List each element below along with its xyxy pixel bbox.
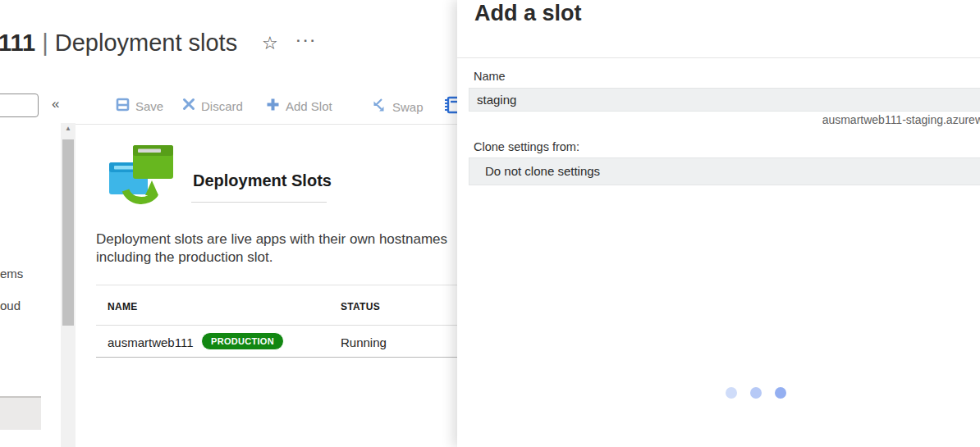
resource-name: 111 xyxy=(0,30,35,56)
slot-status: Running xyxy=(341,335,387,349)
favorite-star-icon[interactable]: ☆ xyxy=(262,33,278,54)
swap-icon xyxy=(371,98,387,116)
panel-title: Add a slot xyxy=(474,1,582,26)
loading-dot-2 xyxy=(750,387,762,399)
search-input[interactable] xyxy=(0,94,39,117)
production-badge: PRODUCTION xyxy=(201,332,284,350)
loading-dot-3 xyxy=(775,387,786,399)
content-divider xyxy=(96,285,457,285)
save-icon xyxy=(116,98,130,115)
panel-divider xyxy=(457,57,980,58)
add-icon xyxy=(266,98,280,115)
scrollbar-thumb[interactable] xyxy=(62,139,74,326)
table-row[interactable]: ausmartweb111 PRODUCTION Running xyxy=(96,328,457,357)
heading-underline xyxy=(191,202,327,203)
table-row-divider xyxy=(96,357,457,358)
collapse-menu-button[interactable]: « xyxy=(52,96,59,112)
add-slot-button[interactable]: Add Slot xyxy=(266,98,332,115)
discard-label: Discard xyxy=(201,99,243,113)
column-header-name[interactable]: NAME xyxy=(108,301,138,312)
deployment-slots-content: Deployment Slots Deployment slots are li… xyxy=(96,131,457,447)
scroll-up-arrow-icon[interactable]: ▲ xyxy=(61,125,76,132)
discard-icon xyxy=(182,98,195,114)
swap-label: Swap xyxy=(392,100,424,114)
loading-dot-1 xyxy=(726,387,737,399)
slot-name-input[interactable] xyxy=(469,88,980,112)
logs-icon[interactable] xyxy=(444,95,457,116)
sidebar-item-1[interactable]: ems xyxy=(0,267,23,281)
loading-dots xyxy=(726,387,786,399)
add-slot-panel: Add a slot Name ausmartweb111-staging.az… xyxy=(457,0,980,447)
azure-portal-page: 111|Deployment slots ☆ ··· « Save Discar… xyxy=(0,0,980,447)
slot-name[interactable]: ausmartweb111 xyxy=(108,335,194,349)
clone-settings-label: Clone settings from: xyxy=(474,140,579,153)
blade-name: Deployment slots xyxy=(55,30,237,56)
page-title: 111|Deployment slots xyxy=(0,30,237,57)
command-bar-divider xyxy=(67,124,457,125)
clone-settings-select[interactable]: Do not clone settings xyxy=(469,157,980,185)
table-header-divider xyxy=(96,325,457,326)
content-heading: Deployment Slots xyxy=(193,171,332,190)
bottom-left-panel-fragment xyxy=(0,396,41,430)
vertical-scrollbar[interactable]: ▲ xyxy=(61,123,76,447)
more-menu-icon[interactable]: ··· xyxy=(296,33,318,49)
sidebar-item-2[interactable]: oud xyxy=(0,299,21,312)
name-field-label: Name xyxy=(474,70,506,83)
deployment-slots-icon xyxy=(108,144,176,215)
description-line-1: Deployment slots are live apps with thei… xyxy=(96,230,447,249)
swap-button[interactable]: Swap xyxy=(371,98,424,116)
hostname-preview: ausmartweb111-staging.azurew xyxy=(822,113,980,126)
discard-button[interactable]: Discard xyxy=(182,98,243,114)
description-line-2: including the production slot. xyxy=(96,249,272,267)
add-slot-label: Add Slot xyxy=(286,99,332,113)
column-header-status[interactable]: STATUS xyxy=(341,301,380,312)
title-separator: | xyxy=(35,30,55,56)
save-button[interactable]: Save xyxy=(116,98,163,115)
save-label: Save xyxy=(135,99,163,113)
